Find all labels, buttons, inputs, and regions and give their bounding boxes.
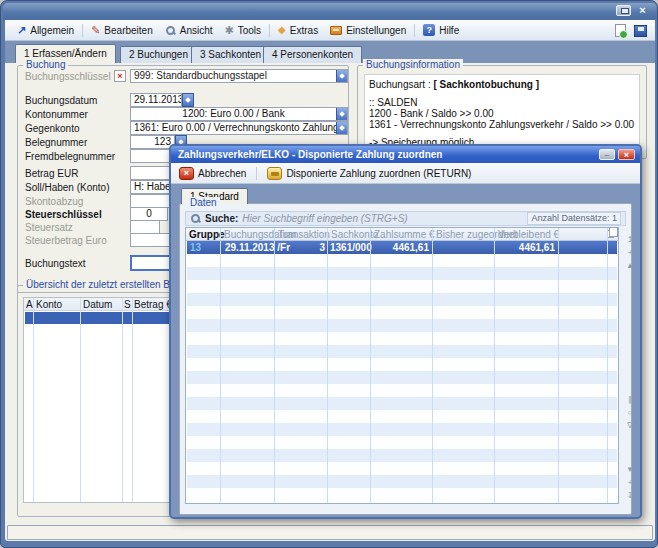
col-datum[interactable]: Datum bbox=[83, 298, 112, 311]
dropdown-icon[interactable] bbox=[336, 108, 347, 120]
col-a[interactable]: A bbox=[26, 298, 33, 311]
abbrechen-button[interactable]: × Abbrechen bbox=[176, 165, 249, 182]
buchung-group-label: Buchung bbox=[23, 59, 68, 70]
scroll-to-bottom-icon[interactable]: ↧ bbox=[623, 490, 637, 503]
col-konto[interactable]: Konto bbox=[36, 298, 62, 311]
buchungsart-line: Buchungsart : [ Sachkontobuchung ] bbox=[369, 79, 539, 90]
allgemein-arrow-icon: ↗ bbox=[17, 25, 26, 36]
col-s[interactable]: S bbox=[124, 298, 131, 311]
search-label: Suche: bbox=[205, 213, 238, 224]
restore-icon[interactable] bbox=[616, 5, 631, 16]
search-icon bbox=[190, 213, 201, 224]
toolbar-separator bbox=[256, 167, 257, 180]
menu-separator bbox=[269, 24, 270, 37]
view-magnifier-icon bbox=[165, 25, 176, 36]
dialog-title-bar[interactable]: Zahlungsverkehr/ELKO - Disponierte Zahlu… bbox=[171, 146, 640, 163]
new-document-icon[interactable] bbox=[615, 24, 626, 37]
fremdbelegnummer-label: Fremdbelegnummer bbox=[25, 151, 115, 163]
status-bar bbox=[7, 525, 653, 540]
col-zahlsumme[interactable]: Zahlsumme € bbox=[374, 228, 435, 241]
cell-sachkonto: 1361/000 bbox=[330, 241, 370, 254]
belegnummer-label: Belegnummer bbox=[25, 137, 87, 149]
tab-sachkonten[interactable]: 3 Sachkonten bbox=[191, 46, 270, 63]
col-betrag[interactable]: Betrag € bbox=[134, 298, 172, 311]
buchungsschluessel-combobox[interactable]: 999: Standardbuchungsstapel bbox=[130, 69, 348, 83]
payments-grid[interactable]: Gruppe Buchungsdatum Transaktion Sachkon… bbox=[185, 227, 619, 504]
grid-selected-row[interactable]: 13 29.11.2013 /Fr 3 1361/000 4461,61 446… bbox=[187, 241, 617, 254]
tools-gear-icon: ✱ bbox=[225, 25, 234, 36]
append-row-icon[interactable]: + bbox=[623, 477, 637, 490]
cell-gruppe: 13 bbox=[190, 241, 201, 254]
record-count: Anzahl Datensätze: 1 bbox=[527, 212, 621, 225]
steuersatz-label: Steuersatz bbox=[25, 222, 73, 234]
grid-header-row: Gruppe Buchungsdatum Transaktion Sachkon… bbox=[186, 228, 618, 241]
grid-scroll-bottom-controls[interactable]: ▼ + ↧ bbox=[623, 464, 637, 503]
col-transaktion[interactable]: Transaktion bbox=[278, 228, 330, 241]
grid-scroll-top-controls[interactable]: ↥ + ▲ bbox=[623, 234, 637, 273]
grid-search-icon[interactable]: ○ bbox=[623, 407, 637, 420]
saldo-line-1361: 1361 - Verrechnungskonto Zahlungsverkehr… bbox=[369, 119, 634, 130]
steuersatz-field[interactable] bbox=[130, 220, 160, 234]
dialog-restore-icon[interactable]: – bbox=[599, 149, 615, 160]
close-icon[interactable]: × bbox=[636, 4, 649, 17]
kontonummer-combobox[interactable]: 1200: Euro 0.00 / Bank bbox=[130, 107, 348, 121]
search-placeholder: Hier Suchbegriff eingeben (STRG+S) bbox=[242, 213, 407, 224]
saldo-line-1200: 1200 - Bank / Saldo >> 0.00 bbox=[369, 108, 494, 119]
clear-icon[interactable]: × bbox=[114, 70, 126, 82]
soll-haben-label: Soll/Haben (Konto) bbox=[25, 182, 110, 194]
cell-zahlsumme: 4461,61 bbox=[371, 241, 429, 254]
help-icon: ? bbox=[423, 24, 435, 36]
kontonummer-label: Kontonummer bbox=[25, 109, 88, 121]
insert-row-icon[interactable]: + bbox=[623, 247, 637, 260]
title-bar[interactable]: 6 /Standardbuchungsstapel Zeitraum: 01.2… bbox=[3, 3, 657, 20]
grid-empty-rows bbox=[187, 254, 617, 501]
cancel-x-icon: × bbox=[179, 167, 194, 180]
copy-icon[interactable] bbox=[607, 230, 614, 238]
dialog-close-icon[interactable]: × bbox=[618, 149, 635, 160]
grid-tool-icons[interactable]: ∥ ○ ∇ bbox=[623, 394, 637, 433]
steuerschluessel-field[interactable]: 0 bbox=[130, 207, 168, 221]
dropdown-icon[interactable] bbox=[336, 70, 347, 82]
menu-item-tools[interactable]: ✱ Tools bbox=[219, 22, 268, 39]
main-window: 6 /Standardbuchungsstapel Zeitraum: 01.2… bbox=[0, 0, 658, 548]
dialog-toolbar: × Abbrechen Disponierte Zahlung zuordnen… bbox=[171, 163, 640, 184]
tab-personenkonten[interactable]: 4 Personenkonten bbox=[263, 46, 362, 63]
gegenkonto-label: Gegenkonto bbox=[25, 123, 80, 135]
menu-item-hilfe[interactable]: ? Hilfe bbox=[417, 22, 465, 39]
extras-icon: ◆ bbox=[278, 25, 286, 35]
resize-columns-icon[interactable]: ∥ bbox=[623, 394, 637, 407]
daten-group-label: Daten bbox=[187, 197, 220, 208]
menu-item-allgemein[interactable]: ↗ Allgemein bbox=[11, 22, 80, 39]
cell-verbleibend: 4461,61 bbox=[497, 241, 555, 254]
menu-item-bearbeiten[interactable]: ✎ Bearbeiten bbox=[85, 22, 159, 39]
menu-item-ansicht[interactable]: Ansicht bbox=[159, 22, 219, 39]
menu-bar: ↗ Allgemein ✎ Bearbeiten Ansicht ✱ Tools… bbox=[5, 20, 655, 41]
buchungsschluessel-label: Buchungsschlüssel bbox=[25, 71, 111, 83]
col-gruppe[interactable]: Gruppe bbox=[189, 228, 225, 241]
zahlungsverkehr-dialog: Zahlungsverkehr/ELKO - Disponierte Zahlu… bbox=[169, 144, 642, 519]
grid-filter-icon[interactable]: ∇ bbox=[623, 420, 637, 433]
salden-header: :: SALDEN bbox=[369, 97, 417, 108]
buchungsdatum-label: Buchungsdatum bbox=[25, 95, 97, 107]
col-sachkonto[interactable]: Sachkonto bbox=[331, 228, 378, 241]
scroll-up-icon[interactable]: ▲ bbox=[623, 260, 637, 273]
tab-buchungen[interactable]: 2 Buchungen bbox=[120, 46, 197, 63]
scroll-to-top-icon[interactable]: ↥ bbox=[623, 234, 637, 247]
save-icon[interactable] bbox=[634, 25, 647, 37]
menu-separator bbox=[82, 24, 83, 37]
menu-item-einstellungen[interactable]: Einstellungen bbox=[324, 22, 412, 39]
col-verbleibend[interactable]: Verbleibend € bbox=[498, 228, 559, 241]
menu-item-extras[interactable]: ◆ Extras bbox=[272, 22, 324, 39]
skontoabzug-label: Skontoabzug bbox=[25, 196, 83, 208]
zahlung-zuordnen-button[interactable]: Disponierte Zahlung zuordnen (RETURN) bbox=[264, 165, 474, 182]
dropdown-icon[interactable] bbox=[182, 93, 194, 107]
tab-band: 1 Erfassen/Ändern 2 Buchungen 3 Sachkont… bbox=[5, 41, 655, 63]
dropdown-icon[interactable] bbox=[336, 122, 347, 134]
search-bar[interactable]: Suche: Hier Suchbegriff eingeben (STRG+S… bbox=[185, 211, 626, 226]
gegenkonto-combobox[interactable]: 1361: Euro 0.00 / Verrechnungskonto Zahl… bbox=[130, 121, 348, 135]
buchungsdatum-field[interactable]: 29.11.2013 /Fr bbox=[130, 93, 182, 107]
scroll-down-icon[interactable]: ▼ bbox=[623, 464, 637, 477]
assign-icon bbox=[267, 167, 282, 180]
steuerschluessel-label: Steuerschlüssel bbox=[25, 209, 102, 221]
buchungsinformation-group-label: Buchungsinformation bbox=[363, 59, 463, 70]
